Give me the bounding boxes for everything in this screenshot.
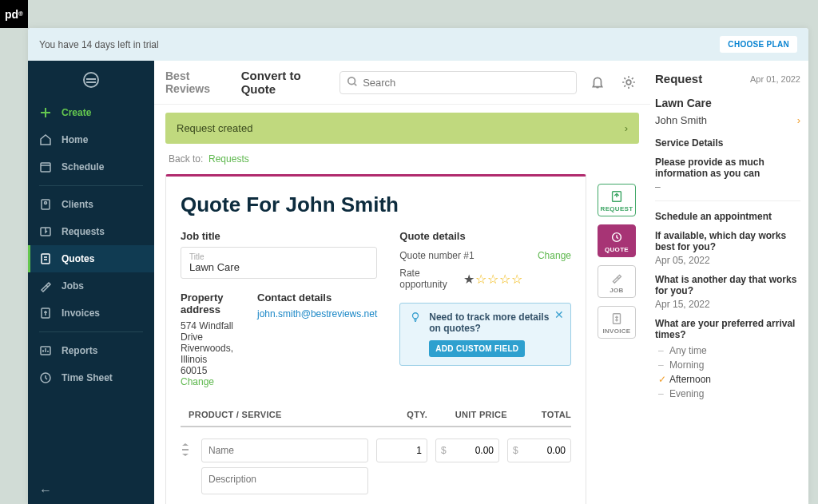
sidebar-item-label: Clients [62, 199, 93, 210]
sidebar-item-label: Jobs [62, 280, 84, 292]
search-input[interactable] [363, 77, 570, 89]
star-icon[interactable]: ☆ [475, 272, 487, 286]
home-icon [39, 133, 52, 146]
drag-handle-icon[interactable] [181, 439, 193, 458]
choose-plan-button[interactable]: CHOOSE PLAN [720, 36, 797, 53]
gear-icon[interactable] [619, 71, 639, 93]
close-icon[interactable]: ✕ [554, 308, 564, 321]
sidebar-item-quotes[interactable]: Quotes [28, 245, 154, 272]
sidebar-create-label: Create [62, 107, 91, 118]
col-unit: UNIT PRICE [427, 410, 507, 419]
change-address-link[interactable]: Change [181, 376, 233, 387]
answer-3: Apr 15, 2022 [655, 299, 800, 310]
time-option: Any time [655, 343, 800, 358]
client-name: John Smith [655, 114, 707, 126]
qty-input[interactable] [376, 439, 427, 462]
calendar-icon [39, 161, 52, 173]
property-label: Property address [181, 292, 233, 315]
time-option: Morning [655, 358, 800, 372]
custom-field-callout: Need to track more details on quotes? AD… [399, 303, 571, 366]
sidebar-item-timesheet[interactable]: Time Sheet [28, 364, 154, 391]
quote-icon [39, 252, 52, 265]
sidebar-item-invoices[interactable]: Invoices [28, 300, 154, 327]
trial-bar: You have 14 days left in trial CHOOSE PL… [28, 28, 808, 61]
request-date: Apr 01, 2022 [750, 74, 800, 84]
col-qty: QTY. [371, 410, 427, 419]
svg-point-2 [45, 202, 47, 204]
star-icon[interactable]: ☆ [511, 272, 523, 286]
line-item-name-input[interactable] [201, 439, 368, 462]
sidebar-item-jobs[interactable]: Jobs [28, 272, 154, 300]
callout-text: Need to track more details on quotes? [429, 312, 561, 334]
contact-email-link[interactable]: john.smith@bestreviews.net [257, 308, 377, 319]
unit-price-field[interactable] [449, 445, 494, 456]
question-3: What is another day that works for you? [655, 274, 800, 296]
answer-1: – [655, 181, 800, 192]
star-icon[interactable]: ☆ [487, 272, 499, 286]
sidebar-item-requests[interactable]: Requests [28, 218, 154, 245]
request-title: Request [655, 72, 702, 85]
rating-stars[interactable]: ★☆☆☆☆ [463, 272, 571, 287]
unit-price-input[interactable]: $ [435, 439, 499, 462]
quote-card: Quote For John Smith Job title Title Law… [165, 174, 586, 504]
sidebar: Create Home Schedule Clients Requests [28, 61, 154, 504]
search-box[interactable] [340, 71, 577, 94]
star-icon[interactable]: ☆ [499, 272, 511, 286]
job-title-field[interactable]: Title Lawn Care [181, 247, 377, 279]
quote-heading: Quote For John Smith [181, 192, 571, 217]
hammer-icon [39, 280, 52, 292]
search-icon [347, 76, 358, 89]
svg-rect-4 [42, 254, 50, 264]
change-number-link[interactable]: Change [538, 250, 571, 261]
sidebar-item-clients[interactable]: Clients [28, 191, 154, 218]
workflow-invoice[interactable]: INVOICE [598, 306, 636, 339]
total-price-input[interactable]: $ [507, 439, 571, 462]
plus-icon [39, 106, 52, 119]
workflow-request[interactable]: REQUEST [598, 184, 636, 216]
sidebar-item-reports[interactable]: Reports [28, 337, 154, 364]
clock-icon [39, 371, 52, 384]
svg-point-8 [348, 77, 355, 84]
sidebar-item-label: Invoices [62, 308, 100, 319]
col-product: PRODUCT / SERVICE [181, 410, 371, 419]
currency-label: $ [441, 445, 449, 456]
line-item-desc-input[interactable] [201, 467, 368, 494]
alert-text: Request created [177, 122, 252, 134]
quote-details-label: Quote details [399, 230, 571, 242]
lightbulb-icon [410, 312, 421, 357]
sidebar-item-schedule[interactable]: Schedule [28, 153, 154, 181]
sidebar-back-button[interactable]: ← [39, 483, 52, 498]
total-price-field[interactable] [521, 445, 566, 456]
job-title-label: Job title [181, 230, 377, 242]
client-link[interactable]: John Smith › [655, 114, 800, 126]
col-total: TOTAL [507, 410, 571, 419]
schedule-label: Schedule an appointment [655, 211, 800, 222]
time-option: Afternoon [655, 372, 800, 387]
add-custom-field-button[interactable]: ADD CUSTOM FIELD [429, 340, 525, 357]
workflow-label: INVOICE [603, 327, 631, 335]
svg-point-9 [627, 80, 632, 85]
field-value: Lawn Care [189, 261, 368, 273]
contact-label: Contact details [257, 292, 377, 304]
workflow-label: QUOTE [605, 246, 629, 253]
sidebar-item-label: Reports [62, 345, 97, 356]
star-icon[interactable]: ★ [463, 272, 475, 286]
app-logo[interactable] [83, 72, 99, 88]
workflow-job[interactable]: JOB [598, 265, 636, 298]
brand-name: Best Reviews [165, 69, 230, 95]
sidebar-item-label: Home [62, 134, 88, 145]
bell-icon[interactable] [588, 71, 608, 93]
line-item-row: $ $ [181, 427, 571, 504]
back-link[interactable]: Requests [208, 153, 249, 165]
chevron-right-icon[interactable]: › [625, 122, 628, 134]
sidebar-create[interactable]: Create [28, 99, 154, 126]
svg-point-10 [413, 313, 419, 319]
svg-rect-0 [41, 163, 50, 172]
inbox-icon [39, 225, 52, 238]
sidebar-item-home[interactable]: Home [28, 126, 154, 153]
workflow-quote[interactable]: QUOTE [598, 224, 636, 257]
sidebar-item-label: Time Sheet [62, 372, 113, 383]
sidebar-item-label: Schedule [62, 161, 104, 173]
trial-message: You have 14 days left in trial [39, 39, 159, 50]
service-details-label: Service Details [655, 137, 800, 149]
